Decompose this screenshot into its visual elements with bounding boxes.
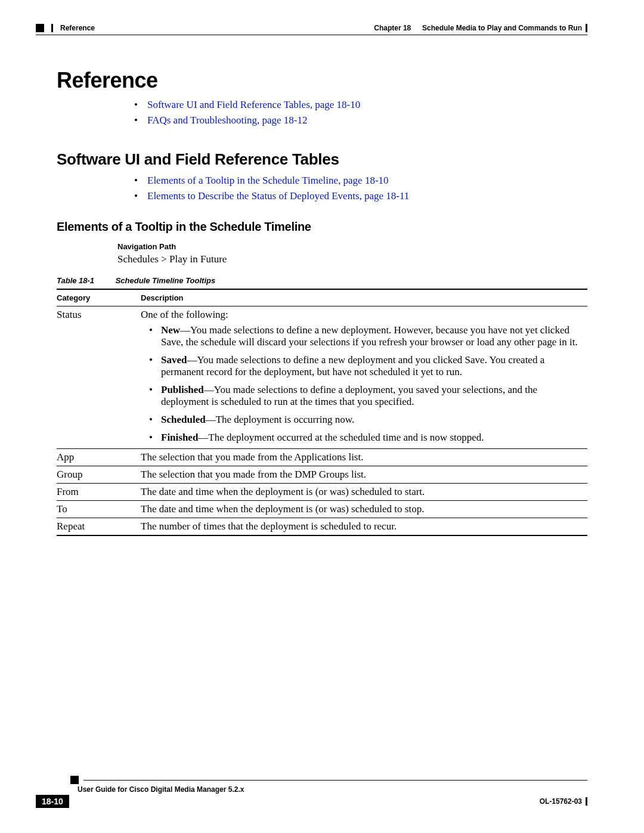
- top-link-list: Software UI and Field Reference Tables, …: [134, 99, 587, 126]
- status-term: Scheduled: [161, 414, 206, 425]
- nav-path-label: Navigation Path: [117, 242, 587, 251]
- list-item: Elements to Describe the Status of Deplo…: [134, 190, 587, 202]
- cell-description: One of the following: New—You made selec…: [141, 306, 587, 449]
- cell-category: App: [57, 449, 141, 466]
- doc-id: OL-15762-03: [540, 797, 582, 806]
- table-row: Group The selection that you made from t…: [57, 466, 587, 484]
- page-footer: User Guide for Cisco Digital Media Manag…: [36, 776, 587, 808]
- table-row: To The date and time when the deployment…: [57, 501, 587, 518]
- cell-description: The number of times that the deployment …: [141, 518, 587, 536]
- cell-description: The date and time when the deployment is…: [141, 484, 587, 501]
- status-intro: One of the following:: [141, 309, 228, 320]
- table-header-category: Category: [57, 289, 141, 306]
- list-item: FAQs and Troubleshooting, page 18-12: [134, 114, 587, 126]
- header-left-bar-icon: [51, 24, 53, 32]
- table-row: Repeat The number of times that the depl…: [57, 518, 587, 536]
- status-text: —You made selections to define a deploym…: [161, 384, 537, 407]
- cell-description: The date and time when the deployment is…: [141, 501, 587, 518]
- tooltip-reference-table: Category Description Status One of the f…: [57, 289, 587, 536]
- status-options-list: New—You made selections to define a new …: [149, 324, 584, 444]
- table-number: Table 18-1: [57, 276, 113, 285]
- list-item: Published—You made selections to define …: [149, 384, 584, 408]
- status-term: Saved: [161, 354, 187, 366]
- table-row: From The date and time when the deployme…: [57, 484, 587, 501]
- header-left-square-icon: [36, 24, 44, 32]
- table-row: App The selection that you made from the…: [57, 449, 587, 466]
- xref-link[interactable]: FAQs and Troubleshooting, page 18-12: [147, 114, 307, 126]
- cell-category: From: [57, 484, 141, 501]
- cell-category: Group: [57, 466, 141, 484]
- table-row: Status One of the following: New—You mad…: [57, 306, 587, 449]
- header-chapter-label: Chapter 18: [374, 24, 411, 32]
- header-section-name: Reference: [60, 24, 95, 32]
- xref-link[interactable]: Elements of a Tooltip in the Schedule Ti…: [147, 175, 389, 186]
- list-item: Software UI and Field Reference Tables, …: [134, 99, 587, 111]
- cell-category: Repeat: [57, 518, 141, 536]
- table-header-description: Description: [141, 289, 587, 306]
- cell-description: The selection that you made from the DMP…: [141, 466, 587, 484]
- list-item: Scheduled—The deployment is occurring no…: [149, 414, 584, 426]
- cell-category: Status: [57, 306, 141, 449]
- status-term: Published: [161, 384, 204, 395]
- status-text: —You made selections to define a new dep…: [161, 324, 578, 348]
- footer-rule: [83, 780, 587, 781]
- list-item: Elements of a Tooltip in the Schedule Ti…: [134, 175, 587, 187]
- cell-description: The selection that you made from the App…: [141, 449, 587, 466]
- status-term: Finished: [161, 432, 198, 443]
- cell-category: To: [57, 501, 141, 518]
- header-chapter-title: Schedule Media to Play and Commands to R…: [422, 24, 582, 32]
- subsection-heading: Elements of a Tooltip in the Schedule Ti…: [57, 220, 587, 234]
- footer-right-bar-icon: [586, 797, 587, 806]
- table-caption: Table 18-1 Schedule Timeline Tooltips: [57, 276, 587, 285]
- header-right-bar-icon: [586, 24, 587, 32]
- footer-book-title: User Guide for Cisco Digital Media Manag…: [78, 785, 587, 794]
- running-header: Reference Chapter 18 Schedule Media to P…: [57, 24, 587, 32]
- section-heading: Software UI and Field Reference Tables: [57, 150, 587, 169]
- page-number: 18-10: [36, 795, 69, 808]
- xref-link[interactable]: Elements to Describe the Status of Deplo…: [147, 190, 409, 202]
- xref-link[interactable]: Software UI and Field Reference Tables, …: [147, 99, 360, 110]
- status-text: —You made selections to define a new dep…: [161, 354, 544, 377]
- status-term: New: [161, 324, 180, 336]
- sub-link-list: Elements of a Tooltip in the Schedule Ti…: [134, 175, 587, 202]
- table-title: Schedule Timeline Tooltips: [116, 276, 216, 285]
- list-item: Saved—You made selections to define a ne…: [149, 354, 584, 378]
- page-title: Reference: [57, 68, 587, 93]
- nav-path-value: Schedules > Play in Future: [117, 253, 587, 265]
- header-rule: [36, 35, 587, 35]
- status-text: —The deployment is occurring now.: [206, 414, 355, 425]
- footer-square-icon: [70, 776, 79, 784]
- status-text: —The deployment occurred at the schedule…: [198, 432, 484, 443]
- list-item: Finished—The deployment occurred at the …: [149, 432, 584, 444]
- list-item: New—You made selections to define a new …: [149, 324, 584, 348]
